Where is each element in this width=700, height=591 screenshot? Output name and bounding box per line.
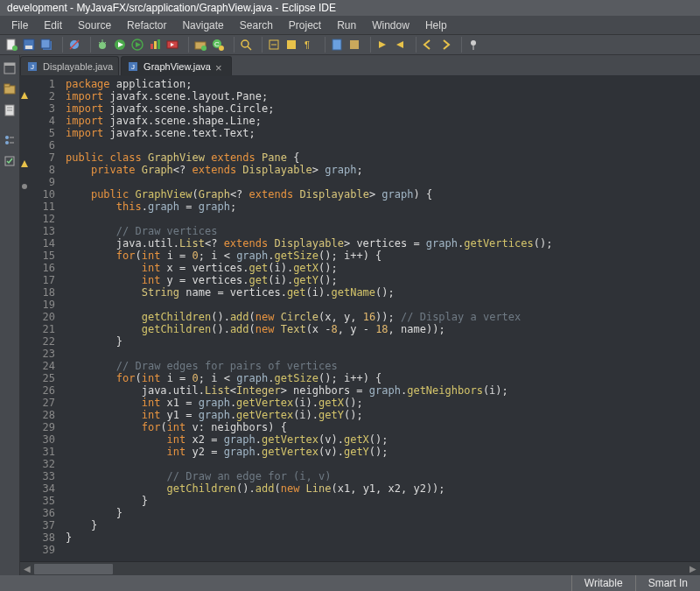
scroll-track[interactable]	[34, 563, 686, 575]
code-line[interactable]: private Graph<? extends Displayable> gra…	[66, 164, 700, 176]
line-number: 15	[32, 250, 59, 262]
annotation-ruler[interactable]	[20, 76, 32, 561]
new-package-icon[interactable]	[192, 37, 208, 53]
debug-icon[interactable]	[94, 37, 110, 53]
menu-refactor[interactable]: Refactor	[119, 18, 174, 33]
warning-marker-icon[interactable]	[20, 89, 29, 101]
code-line[interactable]	[66, 139, 700, 151]
menu-help[interactable]: Help	[417, 18, 455, 33]
menu-run[interactable]: Run	[329, 18, 364, 33]
line-number: 9	[32, 176, 59, 188]
toggle-whitespace-icon[interactable]: ¶	[301, 37, 317, 53]
menu-window[interactable]: Window	[364, 18, 417, 33]
line-number: 6	[32, 139, 59, 151]
new-class-icon[interactable]: C	[210, 37, 226, 53]
java-file-icon: J	[127, 60, 139, 73]
code-line[interactable]: }	[66, 531, 700, 544]
code-line[interactable]: java.util.List<? extends Displayable> ve…	[66, 237, 700, 250]
code-line[interactable]: this.graph = graph;	[66, 201, 700, 213]
code-line[interactable]: // Draw an edge for (i, v)	[66, 470, 700, 482]
run-last-icon[interactable]	[130, 37, 145, 53]
save-icon[interactable]	[21, 37, 37, 53]
menu-navigate[interactable]: Navigate	[174, 18, 231, 33]
skip-breakpoints-icon[interactable]	[66, 37, 82, 53]
toggle-mark-icon[interactable]	[266, 37, 282, 53]
toggle-block-icon[interactable]	[284, 37, 299, 53]
package-explorer-icon[interactable]	[0, 80, 19, 99]
code-line[interactable]: java.util.List<Integer> neighbors = grap…	[66, 384, 700, 397]
code-line[interactable]	[66, 176, 700, 188]
code-line[interactable]: getChildren().add(new Text(x -8, y - 18,…	[66, 323, 700, 335]
next-annotation-icon[interactable]	[374, 37, 390, 53]
status-insert-mode: Smart In	[635, 575, 700, 591]
menu-edit[interactable]: Edit	[36, 18, 70, 33]
close-icon[interactable]: ×	[215, 61, 226, 72]
pin-icon[interactable]	[466, 37, 481, 53]
tab-label: GraphView.java	[144, 61, 211, 72]
coverage-icon[interactable]	[147, 37, 163, 53]
code-line[interactable]: }	[66, 335, 700, 348]
code-line[interactable]	[66, 348, 700, 360]
code-line[interactable]: // Draw edges for pairs of vertices	[66, 360, 700, 372]
code-line[interactable]: import javafx.scene.shape.Line;	[66, 115, 700, 127]
code-line[interactable]: int x2 = graph.getVertex(v).getX();	[66, 433, 700, 446]
code-line[interactable]: package application;	[66, 78, 700, 90]
scroll-right-icon[interactable]: ▶	[686, 564, 700, 573]
code-line[interactable]: public GraphView(Graph<? extends Display…	[66, 188, 700, 201]
code-line[interactable]: import javafx.scene.text.Text;	[66, 127, 700, 139]
new-file-icon[interactable]	[4, 37, 19, 53]
code-line[interactable]: int y1 = graph.getVertex(i).getY();	[66, 409, 700, 421]
outline-icon[interactable]	[0, 130, 19, 150]
prev-annotation-icon[interactable]	[392, 37, 408, 53]
editor-tab[interactable]: JDisplayable.java	[20, 56, 119, 75]
code-line[interactable]: }	[66, 495, 700, 507]
menu-search[interactable]: Search	[232, 18, 281, 33]
code-line[interactable]	[66, 299, 700, 311]
code-line[interactable]: String name = vertices.get(i).getName();	[66, 286, 700, 299]
code-line[interactable]: int x1 = graph.getVertex(i).getX();	[66, 397, 700, 409]
line-number-ruler[interactable]: 1234567891011121314151617181920212223242…	[32, 76, 59, 561]
code-line[interactable]: getChildren().add(new Line(x1, y1, x2, y…	[66, 482, 700, 495]
code-line[interactable]: for(int i = 0; i < graph.getSize(); i++)…	[66, 372, 700, 384]
annotation-icon[interactable]	[346, 37, 362, 53]
navigator-icon[interactable]	[0, 101, 19, 120]
line-number: 31	[32, 446, 59, 458]
horizontal-scrollbar[interactable]: ◀ ▶	[20, 561, 700, 575]
search-icon[interactable]	[238, 37, 254, 53]
menu-project[interactable]: Project	[281, 18, 329, 33]
editor-tab[interactable]: JGraphView.java×	[121, 56, 232, 75]
code-line[interactable]: int x = vertices.get(i).getX();	[66, 262, 700, 274]
external-tools-icon[interactable]	[164, 37, 180, 53]
code-line[interactable]: import javafx.scene.shape.Circle;	[66, 102, 700, 115]
back-icon[interactable]	[420, 37, 436, 53]
code-line[interactable]: getChildren().add(new Circle(x, y, 16));…	[66, 311, 700, 323]
menu-file[interactable]: File	[4, 18, 36, 33]
run-icon[interactable]	[112, 37, 128, 53]
code-line[interactable]	[66, 544, 700, 556]
code-line[interactable]: for(int i = 0; i < graph.getSize(); i++)…	[66, 250, 700, 262]
code-line[interactable]	[66, 213, 700, 225]
tasks-icon[interactable]	[0, 151, 19, 171]
scroll-left-icon[interactable]: ◀	[20, 564, 34, 573]
line-number: 12	[32, 213, 59, 225]
code-line[interactable]: int y = vertices.get(i).getY();	[66, 274, 700, 286]
restore-view-icon[interactable]	[0, 59, 19, 78]
code-line[interactable]: }	[66, 519, 700, 531]
source-code[interactable]: package application;import javafx.scene.…	[59, 76, 700, 561]
save-all-icon[interactable]	[38, 37, 54, 53]
code-line[interactable]: for(int v: neighbors) {	[66, 421, 700, 433]
code-line[interactable]: int y2 = graph.getVertex(v).getY();	[66, 446, 700, 458]
override-marker-icon[interactable]	[20, 180, 29, 192]
scroll-thumb[interactable]	[34, 564, 113, 574]
code-line[interactable]: public class GraphView extends Pane {	[66, 151, 700, 164]
forward-icon[interactable]	[438, 37, 453, 53]
line-number: 21	[32, 323, 59, 335]
code-line[interactable]: }	[66, 507, 700, 519]
code-line[interactable]	[66, 458, 700, 470]
task-icon[interactable]	[329, 37, 345, 53]
code-line[interactable]: // Draw vertices	[66, 225, 700, 237]
code-editor[interactable]: 1234567891011121314151617181920212223242…	[20, 76, 700, 561]
menu-source[interactable]: Source	[70, 18, 119, 33]
warning-marker-icon[interactable]	[20, 158, 29, 169]
code-line[interactable]: import javafx.scene.layout.Pane;	[66, 90, 700, 102]
